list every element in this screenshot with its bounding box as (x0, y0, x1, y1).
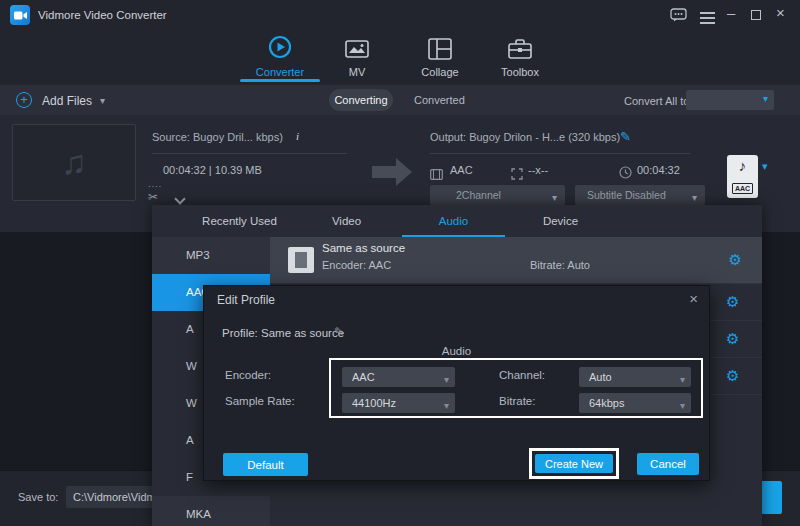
divider (430, 153, 690, 154)
tab-mv[interactable]: MV (332, 32, 382, 82)
add-files-caret-icon[interactable]: ▾ (100, 95, 105, 106)
format-badge-label: AAC (732, 183, 753, 194)
edit-output-icon[interactable]: ✎ (620, 129, 631, 144)
tab-collage[interactable]: Collage (410, 32, 470, 82)
tab-converting[interactable]: Converting (329, 89, 393, 111)
gear-plus-icon[interactable]: ⚙ (726, 367, 739, 385)
app-window: Vidmore Video Converter – × Converter MV… (0, 0, 800, 526)
tab-converted[interactable]: Converted (414, 94, 465, 106)
channel-select[interactable]: 2Channel ▾ (430, 185, 565, 205)
feedback-icon[interactable] (670, 8, 687, 26)
collage-icon (410, 32, 470, 60)
output-duration: 00:04:32 (637, 164, 680, 176)
panel-tab-video[interactable]: Video (293, 205, 400, 237)
tab-toolbox[interactable]: Toolbox (490, 32, 550, 82)
sidebar-item-mka[interactable]: MKA (152, 496, 270, 526)
resolution-icon (511, 166, 523, 184)
sidebar-item-mp3[interactable]: MP3 (152, 237, 270, 274)
convert-all-to-label: Convert All to: (624, 95, 692, 107)
clock-icon (619, 165, 632, 183)
profile-thumbnail (288, 247, 314, 273)
output-codec: AAC (450, 164, 473, 176)
music-note-icon: ♫ (61, 143, 87, 182)
gear-plus-icon[interactable]: ⚙ (726, 330, 739, 348)
encoder-label: Encoder: (225, 369, 271, 381)
format-badge[interactable]: ♪ AAC (727, 155, 758, 198)
default-button[interactable]: Default (223, 453, 308, 476)
chevron-down-icon: ▾ (763, 93, 768, 104)
edit-profile-name-icon[interactable]: ✎ (334, 325, 344, 339)
duration-size-text: 00:04:32 | 10.39 MB (163, 164, 262, 176)
dialog-profile-line: Profile: Same as source (222, 327, 344, 339)
row-separator (270, 283, 762, 284)
active-tab-underline (240, 79, 320, 82)
output-label: Output: Bugoy Drilon - H...e (320 kbps) (430, 131, 620, 143)
toolbox-icon (490, 32, 550, 60)
source-label: Source: Bugoy Dril... kbps) (152, 131, 283, 143)
divider (152, 153, 347, 154)
file-thumbnail: ♫ (12, 124, 136, 201)
highlight-box-settings (329, 358, 703, 418)
converter-icon (240, 32, 320, 60)
app-logo-icon (10, 5, 30, 25)
arrow-icon (372, 166, 396, 178)
panel-tab-device[interactable]: Device (507, 205, 614, 237)
subtitle-select[interactable]: Subtitle Disabled ▾ (575, 185, 705, 205)
close-button[interactable]: × (776, 6, 785, 20)
maximize-button[interactable] (751, 10, 761, 20)
format-caret-icon[interactable]: ▾ (762, 160, 768, 173)
dialog-close-icon[interactable]: × (689, 290, 698, 307)
profile-row-same-as-source[interactable]: Same as source Encoder: AAC Bitrate: Aut… (270, 237, 762, 283)
film-icon (430, 166, 443, 184)
audio-section-title: Audio (204, 345, 709, 357)
minimize-button[interactable]: – (727, 6, 735, 20)
add-files-button[interactable]: Add Files (42, 94, 92, 108)
gear-plus-icon[interactable]: ⚙ (729, 251, 742, 269)
add-files-icon[interactable]: + (16, 92, 32, 108)
cut-icon[interactable]: ✂ (148, 190, 158, 204)
dialog-title: Edit Profile (217, 293, 275, 307)
mv-icon (332, 32, 382, 60)
window-title: Vidmore Video Converter (38, 9, 167, 21)
music-note-icon: ♪ (727, 155, 758, 177)
format-panel-tabs: Recently Used Video Audio Device (152, 205, 762, 237)
output-resolution: --x-- (528, 164, 548, 176)
edit-profile-dialog: Edit Profile × Profile: Same as source ✎… (203, 285, 710, 481)
save-to-label: Save to: (18, 491, 58, 503)
info-icon[interactable]: i (296, 130, 299, 142)
highlight-box-create-new (529, 448, 619, 479)
panel-tab-recently-used[interactable]: Recently Used (186, 205, 293, 237)
menu-icon[interactable] (700, 9, 715, 27)
convert-all-to-select[interactable]: ▾ (686, 90, 774, 110)
cancel-button[interactable]: Cancel (637, 453, 699, 475)
arrow-head-icon (396, 158, 412, 186)
sample-rate-label: Sample Rate: (225, 395, 295, 407)
panel-tab-audio[interactable]: Audio (400, 205, 507, 237)
gear-plus-icon[interactable]: ⚙ (726, 293, 739, 311)
tab-converter[interactable]: Converter (240, 32, 320, 82)
